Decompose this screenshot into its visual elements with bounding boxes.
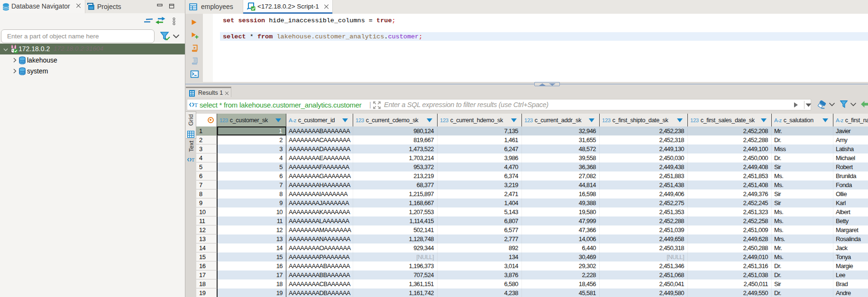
svg-text:T: T: [192, 157, 195, 162]
svg-text:T: T: [194, 101, 198, 108]
